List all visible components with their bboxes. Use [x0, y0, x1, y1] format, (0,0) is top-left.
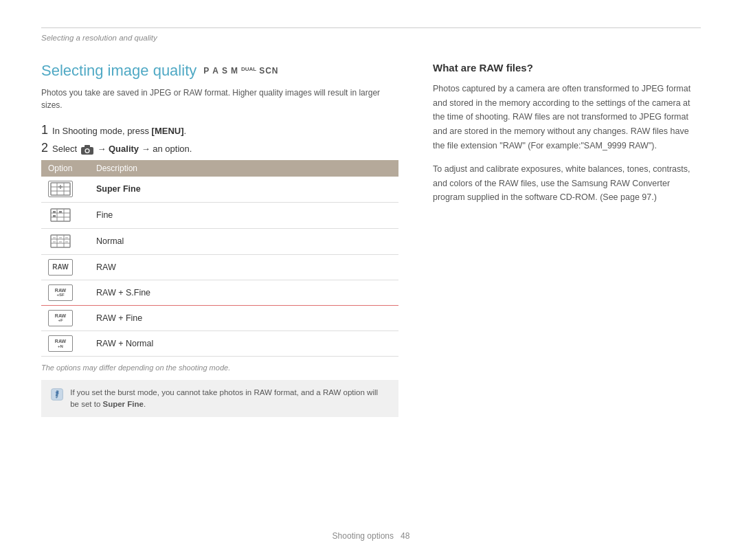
table-cell-raw-normal: RAW + Normal [89, 331, 398, 356]
table-cell-raw: RAW [89, 254, 398, 280]
svg-rect-17 [59, 211, 62, 213]
page-footer: Shooting options 48 [0, 531, 742, 541]
table-cell-raw-sfine: RAW + S.Fine [89, 280, 398, 305]
raw-n-icon: RAW+N [48, 335, 73, 352]
right-title: What are RAW files? [433, 62, 701, 74]
breadcrumb-text: Selecting a resolution and quality [41, 34, 157, 42]
right-column: What are RAW files? Photos captured by a… [433, 62, 701, 417]
options-table: Option Description [41, 160, 398, 357]
breadcrumb: Selecting a resolution and quality [41, 27, 701, 43]
table-row: Normal [41, 228, 398, 254]
section-title: Selecting image quality P A S M DUAL SCN [41, 62, 398, 80]
footer-text: Shooting options [333, 531, 394, 541]
svg-rect-1 [85, 145, 90, 148]
table-cell-raw-fine: RAW + Fine [89, 305, 398, 331]
fine-icon [48, 207, 73, 223]
svg-rect-29 [65, 241, 68, 243]
right-paragraph-1: Photos captured by a camera are often tr… [433, 82, 701, 153]
mode-badges: P A S M DUAL SCN [203, 66, 278, 76]
info-box: If you set the burst mode, you cannot ta… [41, 380, 398, 418]
step-2-number: 2 [41, 142, 48, 154]
n-icon-svg [50, 234, 71, 248]
col-header-description: Description [89, 160, 398, 177]
step-2: 2 Select → Quality → an option. [41, 142, 398, 155]
camera-icon [81, 145, 93, 155]
f-icon-svg [50, 208, 71, 222]
right-paragraph-2: To adjust and calibrate exposures, white… [433, 162, 701, 205]
page-title: Selecting image quality [41, 62, 196, 80]
raw-sf-icon: RAW+SF [48, 284, 73, 301]
main-content: Selecting image quality P A S M DUAL SCN… [41, 62, 701, 417]
step-1-number: 1 [41, 124, 48, 136]
left-column: Selecting image quality P A S M DUAL SCN… [41, 62, 398, 417]
table-row: RAW+N RAW + Normal [41, 331, 398, 356]
table-cell-icon: RAW [41, 254, 89, 280]
table-row: Super Fine [41, 177, 398, 203]
svg-rect-24 [53, 237, 56, 239]
table-cell-icon [41, 177, 89, 203]
sf-icon-svg [50, 182, 71, 196]
table-cell-normal: Normal [89, 228, 398, 254]
table-header-row: Option Description [41, 160, 398, 177]
table-cell-super-fine: Super Fine [89, 177, 398, 203]
mode-p: P [203, 66, 210, 76]
mode-a: A [212, 66, 219, 76]
table-row: Fine [41, 202, 398, 228]
svg-rect-25 [59, 237, 62, 239]
page-container: Selecting a resolution and quality Selec… [0, 0, 742, 560]
step-1: 1 In Shooting mode, press [MENU]. [41, 124, 398, 136]
info-box-text: If you set the burst mode, you cannot ta… [70, 387, 389, 411]
table-cell-icon: RAW+F [41, 305, 89, 331]
table-cell-icon [41, 202, 89, 228]
info-pencil-icon [51, 387, 63, 402]
step-2-text: Select → Quality → an option. [52, 144, 192, 155]
col-header-option: Option [41, 160, 89, 177]
normal-icon [48, 233, 73, 249]
svg-rect-26 [65, 237, 68, 239]
footer-page-number: 48 [401, 531, 409, 541]
mode-m: M [231, 66, 238, 76]
table-cell-icon [41, 228, 89, 254]
table-row: RAW+SF RAW + S.Fine [41, 280, 398, 305]
raw-icon: RAW [48, 259, 73, 276]
svg-rect-18 [53, 215, 56, 217]
note-text: The options may differ depending on the … [41, 363, 398, 372]
table-row: RAW RAW [41, 254, 398, 280]
svg-rect-27 [53, 241, 56, 243]
svg-point-3 [86, 149, 89, 152]
svg-rect-28 [59, 241, 62, 243]
mode-scn: SCN [259, 66, 278, 76]
table-cell-fine: Fine [89, 202, 398, 228]
subtitle-text: Photos you take are saved in JPEG or RAW… [41, 87, 398, 111]
table-cell-icon: RAW+N [41, 331, 89, 356]
raw-f-icon: RAW+F [48, 310, 73, 326]
mode-s: S [222, 66, 228, 76]
table-row: RAW+F RAW + Fine [41, 305, 398, 331]
mode-dual: DUAL [241, 66, 256, 75]
svg-rect-16 [53, 211, 56, 213]
super-fine-icon [48, 181, 73, 197]
step-1-text: In Shooting mode, press [MENU]. [52, 126, 186, 136]
table-cell-icon: RAW+SF [41, 280, 89, 305]
